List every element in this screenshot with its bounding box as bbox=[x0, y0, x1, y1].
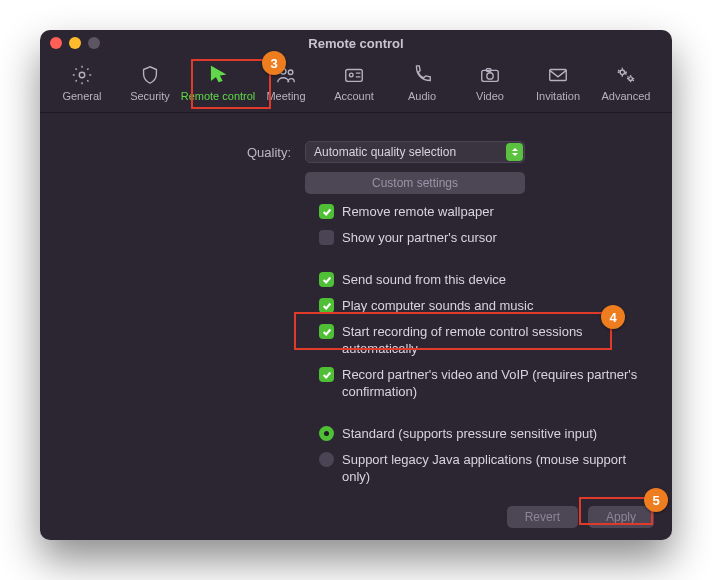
quality-label: Quality: bbox=[60, 145, 305, 160]
content-pane: Quality: Automatic quality selection Cus… bbox=[40, 113, 672, 540]
envelope-icon bbox=[547, 64, 569, 86]
checkmark-icon bbox=[319, 367, 334, 382]
tab-label: Invitation bbox=[536, 90, 580, 102]
window-title: Remote control bbox=[40, 36, 672, 51]
checkbox-label: Play computer sounds and music bbox=[342, 297, 533, 314]
tab-label: Meeting bbox=[266, 90, 305, 102]
shield-icon bbox=[139, 64, 161, 86]
svg-rect-3 bbox=[346, 70, 363, 82]
tab-video[interactable]: Video bbox=[456, 60, 524, 108]
tab-label: Account bbox=[334, 90, 374, 102]
tab-general[interactable]: General bbox=[48, 60, 116, 108]
tab-label: Security bbox=[130, 90, 170, 102]
people-icon bbox=[275, 64, 297, 86]
tab-account[interactable]: Account bbox=[320, 60, 388, 108]
id-card-icon bbox=[343, 64, 365, 86]
tab-advanced[interactable]: Advanced bbox=[592, 60, 660, 108]
checkbox-empty-icon bbox=[319, 230, 334, 245]
revert-label: Revert bbox=[525, 510, 560, 524]
tab-label: Audio bbox=[408, 90, 436, 102]
apply-button[interactable]: Apply bbox=[588, 506, 654, 528]
cursor-icon bbox=[207, 64, 229, 86]
checkbox-label: Send sound from this device bbox=[342, 271, 506, 288]
checkbox-show-cursor[interactable]: Show your partner's cursor bbox=[319, 229, 652, 246]
svg-point-6 bbox=[487, 73, 493, 79]
svg-rect-8 bbox=[550, 70, 567, 81]
checkbox-label: Remove remote wallpaper bbox=[342, 203, 494, 220]
checkmark-icon bbox=[319, 298, 334, 313]
custom-settings-button[interactable]: Custom settings bbox=[305, 172, 525, 194]
tab-remote-control[interactable]: Remote control bbox=[184, 60, 252, 108]
svg-point-0 bbox=[79, 72, 85, 78]
radio-label: Standard (supports pressure sensitive in… bbox=[342, 425, 597, 442]
minimize-window-button[interactable] bbox=[69, 37, 81, 49]
tab-label: General bbox=[62, 90, 101, 102]
zoom-window-button[interactable] bbox=[88, 37, 100, 49]
tab-audio[interactable]: Audio bbox=[388, 60, 456, 108]
popup-arrows-icon bbox=[506, 143, 523, 161]
svg-point-2 bbox=[288, 70, 293, 75]
radio-unselected-icon bbox=[319, 452, 334, 467]
radio-label: Support legacy Java applications (mouse … bbox=[342, 451, 652, 485]
checkbox-play-sounds[interactable]: Play computer sounds and music bbox=[319, 297, 652, 314]
phone-icon bbox=[411, 64, 433, 86]
camera-icon bbox=[479, 64, 501, 86]
quality-value: Automatic quality selection bbox=[314, 145, 456, 159]
checkmark-icon bbox=[319, 204, 334, 219]
checkbox-label: Record partner's video and VoIP (require… bbox=[342, 366, 652, 400]
svg-point-10 bbox=[629, 77, 633, 81]
checkbox-remove-wallpaper[interactable]: Remove remote wallpaper bbox=[319, 203, 652, 220]
preferences-toolbar: General Security Remote control Meeting … bbox=[40, 56, 672, 113]
tab-label: Remote control bbox=[181, 90, 256, 102]
checkbox-record-voip[interactable]: Record partner's video and VoIP (require… bbox=[319, 366, 652, 400]
radio-selected-icon bbox=[319, 426, 334, 441]
checkbox-start-recording[interactable]: Start recording of remote control sessio… bbox=[319, 323, 652, 357]
tab-label: Advanced bbox=[602, 90, 651, 102]
window-controls bbox=[50, 37, 100, 49]
revert-button[interactable]: Revert bbox=[507, 506, 578, 528]
close-window-button[interactable] bbox=[50, 37, 62, 49]
tab-label: Video bbox=[476, 90, 504, 102]
svg-point-1 bbox=[281, 69, 287, 75]
tab-invitation[interactable]: Invitation bbox=[524, 60, 592, 108]
gear-icon bbox=[71, 64, 93, 86]
checkmark-icon bbox=[319, 324, 334, 339]
apply-label: Apply bbox=[606, 510, 636, 524]
checkmark-icon bbox=[319, 272, 334, 287]
svg-point-4 bbox=[349, 73, 353, 77]
checkbox-label: Show your partner's cursor bbox=[342, 229, 497, 246]
radio-legacy-java[interactable]: Support legacy Java applications (mouse … bbox=[319, 451, 652, 485]
radio-standard-input[interactable]: Standard (supports pressure sensitive in… bbox=[319, 425, 652, 442]
tab-meeting[interactable]: Meeting bbox=[252, 60, 320, 108]
preferences-window: Remote control General Security Remote c… bbox=[40, 30, 672, 540]
checkbox-send-sound[interactable]: Send sound from this device bbox=[319, 271, 652, 288]
titlebar: Remote control bbox=[40, 30, 672, 56]
checkbox-label: Start recording of remote control sessio… bbox=[342, 323, 652, 357]
gears-icon bbox=[615, 64, 637, 86]
tab-security[interactable]: Security bbox=[116, 60, 184, 108]
custom-settings-label: Custom settings bbox=[372, 176, 458, 190]
footer-buttons: Revert Apply bbox=[507, 506, 654, 528]
svg-point-9 bbox=[620, 70, 624, 74]
quality-popup[interactable]: Automatic quality selection bbox=[305, 141, 525, 163]
